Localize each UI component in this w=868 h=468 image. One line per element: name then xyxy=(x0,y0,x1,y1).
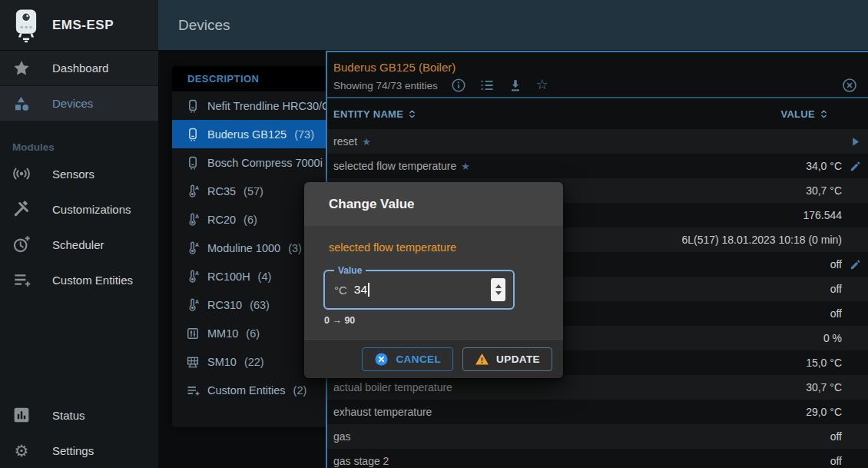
cancel-button[interactable]: CANCEL xyxy=(362,347,453,371)
entity-value: 34,0 °C xyxy=(806,160,842,172)
top-app-bar: Devices xyxy=(158,0,868,50)
entity-row[interactable]: gas stage 2off xyxy=(327,449,868,468)
sort-icon xyxy=(818,108,830,120)
device-entity-count: (2) xyxy=(293,384,307,397)
sidebar-item-label: Customizations xyxy=(52,203,131,216)
update-button[interactable]: UPDATE xyxy=(462,347,552,371)
sidebar-main-nav: DashboardDevices xyxy=(0,51,158,121)
device-entity-count: (4) xyxy=(258,271,272,283)
device-row[interactable]: MM10(6) xyxy=(172,319,326,347)
entity-value: off xyxy=(830,258,842,271)
entity-row[interactable]: selected flow temperature★34,0 °C xyxy=(327,154,868,178)
clock-plus-icon xyxy=(12,235,31,254)
entity-value: 15,0 °C xyxy=(806,357,842,369)
sidebar-item-label: Settings xyxy=(52,444,94,457)
app-title: EMS-ESP xyxy=(52,18,114,33)
star-outline-icon[interactable]: ☆ xyxy=(536,78,552,93)
list-numbered-icon[interactable] xyxy=(479,78,495,93)
edit-icon[interactable] xyxy=(849,160,862,173)
device-name: Buderus GB125 xyxy=(207,128,287,141)
svg-text:A: A xyxy=(195,271,199,276)
sidebar-item-settings[interactable]: ⚙Settings xyxy=(0,433,158,468)
close-panel-icon[interactable] xyxy=(842,78,857,93)
sidebar-item-label: Status xyxy=(52,409,85,422)
device-row[interactable]: ARC100H(4) xyxy=(172,262,326,290)
device-list-card: DESCRIPTION Nefit Trendline HRC30/CBuder… xyxy=(172,66,326,427)
entity-name-column-header[interactable]: ENTITY NAME xyxy=(333,108,780,120)
sidebar-item-custom-entities[interactable]: Custom Entities xyxy=(0,262,158,297)
shapes-icon xyxy=(12,95,31,113)
favorite-star-icon: ★ xyxy=(461,161,470,172)
device-row[interactable]: ARC310(63) xyxy=(172,290,326,319)
sensors-icon xyxy=(12,164,31,183)
page-title: Devices xyxy=(178,17,230,34)
device-name: RC100H xyxy=(207,271,250,283)
sidebar-item-sensors[interactable]: Sensors xyxy=(0,156,158,191)
thermostat-icon: A xyxy=(186,270,200,284)
download-icon[interactable] xyxy=(508,78,523,93)
entity-row[interactable]: gasoff xyxy=(327,424,868,449)
dialog-footer: CANCEL UPDATE xyxy=(304,339,563,378)
device-name: RC310 xyxy=(207,299,242,311)
play-icon[interactable] xyxy=(849,135,862,148)
device-entity-count: (73) xyxy=(294,128,314,141)
device-row[interactable]: Custom Entities(2) xyxy=(172,376,326,404)
thermostat-icon: A xyxy=(186,298,200,312)
entity-name: actual boiler temperature xyxy=(333,381,806,393)
entity-name: gas xyxy=(333,430,830,443)
svg-text:A: A xyxy=(195,242,199,247)
device-row[interactable]: Bosch Compress 7000i xyxy=(172,148,326,177)
entity-value: 0 % xyxy=(823,332,842,344)
entity-name: reset★ xyxy=(333,135,842,148)
step-up-icon[interactable] xyxy=(495,284,502,288)
device-row[interactable]: ARC35(57) xyxy=(172,177,326,205)
entity-row[interactable]: exhaust temperature29,0 °C xyxy=(327,400,868,424)
svg-text:A: A xyxy=(195,299,199,304)
entity-row[interactable]: actual boiler temperature30,7 °C xyxy=(327,375,868,400)
entity-row[interactable]: reset★ xyxy=(327,129,868,154)
thermostat-icon: A xyxy=(186,241,200,255)
device-row[interactable]: SM10(22) xyxy=(172,347,326,376)
sidebar-item-label: Scheduler xyxy=(52,238,104,251)
value-column-header[interactable]: VALUE xyxy=(780,108,830,120)
entity-value: 30,7 °C xyxy=(806,184,842,197)
value-input[interactable]: Value °C 34 xyxy=(323,270,515,310)
tools-icon xyxy=(12,200,31,218)
sidebar-item-customizations[interactable]: Customizations xyxy=(0,191,158,227)
number-stepper[interactable] xyxy=(491,278,505,301)
svg-text:A: A xyxy=(195,185,199,191)
sidebar-item-devices[interactable]: Devices xyxy=(0,86,158,121)
entity-value: 29,0 °C xyxy=(806,406,842,418)
sidebar-item-status[interactable]: Status xyxy=(0,397,158,433)
sidebar-bottom-nav: Status⚙Settings xyxy=(0,397,158,468)
step-down-icon[interactable] xyxy=(495,291,502,295)
device-row[interactable]: Nefit Trendline HRC30/C xyxy=(172,91,326,120)
device-row[interactable]: ARC20(6) xyxy=(172,205,326,234)
device-entity-count: (3) xyxy=(288,242,302,254)
device-list: Nefit Trendline HRC30/CBuderus GB125(73)… xyxy=(172,91,326,404)
warning-triangle-icon xyxy=(475,352,489,367)
sidebar-item-label: Dashboard xyxy=(52,61,108,75)
sidebar-item-dashboard[interactable]: Dashboard xyxy=(0,51,158,86)
mixer-icon xyxy=(186,327,200,340)
device-row[interactable]: AModuline 1000(3) xyxy=(172,234,326,262)
sidebar-item-scheduler[interactable]: Scheduler xyxy=(0,227,158,262)
sidebar: EMS-ESP DashboardDevices Modules Sensors… xyxy=(0,0,158,468)
dialog-title: Change Value xyxy=(329,197,414,212)
cancel-circle-icon xyxy=(374,352,389,367)
device-entity-count: (6) xyxy=(246,327,260,340)
info-icon[interactable] xyxy=(451,78,466,93)
gear-icon: ⚙ xyxy=(12,441,31,460)
text-cursor xyxy=(368,283,369,297)
device-entity-count: (22) xyxy=(244,356,264,368)
list-plus-icon xyxy=(186,383,200,397)
device-name: MM10 xyxy=(207,327,238,340)
dialog-entity-label: selected flow temperature xyxy=(329,241,538,254)
entity-value: 30,7 °C xyxy=(806,381,842,393)
device-name: Bosch Compress 7000i xyxy=(207,157,323,169)
sidebar-modules-nav: SensorsCustomizationsSchedulerCustom Ent… xyxy=(0,156,158,297)
device-row[interactable]: Buderus GB125(73) xyxy=(172,120,326,148)
edit-icon[interactable] xyxy=(849,258,862,271)
device-entity-count: (63) xyxy=(250,299,270,311)
entity-name: selected flow temperature★ xyxy=(333,160,806,172)
